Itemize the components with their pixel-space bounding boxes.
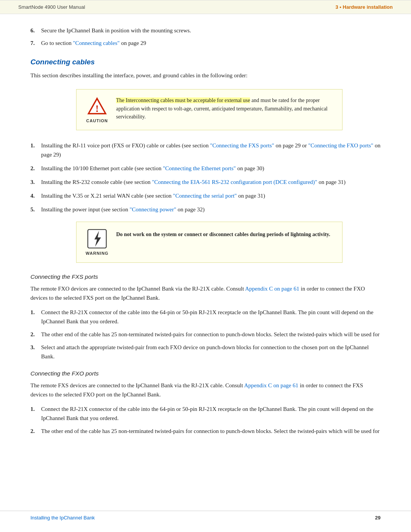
serial-port-link[interactable]: "Connecting the serial port" [173,193,237,199]
list-item: 1. Connect the RJ-21X connector of the c… [30,308,381,326]
warning-text-bold: Do not work on the system or connect or … [116,232,330,237]
item-num: 3. [30,343,41,361]
page: SmartNode 4900 User Manual 3 • Hardware … [0,0,411,532]
item-num: 2. [30,164,41,173]
caution-icon-area: ! CAUTION [86,96,108,123]
fxo-list: 1. Connect the RJ-21X connector of the c… [30,404,381,436]
item-num: 3. [30,177,41,187]
page-footer: Installing the IpChannel Bank 29 [0,511,411,521]
item-num: 5. [30,205,41,214]
caution-highlight: The Interconnecting cables must be accep… [116,97,250,103]
warning-box: WARNING Do not work on the system or con… [76,222,342,263]
section-heading: Connecting cables [30,58,381,66]
manual-title: SmartNode 4900 User Manual [18,4,85,10]
appendix-c-fxs-link[interactable]: Appendix C on page 61 [245,286,299,292]
connecting-power-link[interactable]: "Connecting power" [129,206,176,212]
list-item: 3. Installing the RS-232 console cable (… [30,177,381,187]
list-item: 1. Connect the RJ-21X connector of the c… [30,404,381,423]
item-text: Installing the V.35 or X.21 serial WAN c… [41,191,265,200]
warning-icon-area: WARNING [86,229,108,256]
list-item: 4. Installing the V.35 or X.21 serial WA… [30,191,381,200]
item-text: Connect the RJ-21X connector of the cabl… [41,308,381,326]
fxo-ports-link[interactable]: "Connecting the FXO ports" [308,142,373,149]
warning-bolt-icon [87,229,107,249]
item-text: Select and attach the appropriate twiste… [41,343,381,361]
ethernet-ports-link[interactable]: "Connecting the Ethernet ports" [163,165,236,171]
item-num: 2. [30,427,41,436]
fxo-intro: The remote FXS devices are connected to … [30,381,381,399]
svg-text:!: ! [96,103,99,114]
item-text: The other end of the cable has 25 non-te… [41,427,379,436]
fxs-ports-link[interactable]: "Connecting the FXS ports" [210,142,274,149]
caution-box: ! CAUTION The Interconnecting cables mus… [76,89,342,130]
item-num: 7. [30,39,41,48]
connecting-cables-link[interactable]: "Connecting cables" [73,40,120,46]
item-num: 1. [30,141,41,159]
item-text: Go to section "Connecting cables" on pag… [41,39,146,48]
item-text: Connect the RJ-21X connector of the cabl… [41,404,381,423]
header-bar: SmartNode 4900 User Manual 3 • Hardware … [0,0,411,14]
item-num: 2. [30,330,41,339]
list-item: 3. Select and attach the appropriate twi… [30,343,381,361]
item-num: 6. [30,26,41,35]
content-area: 6. Secure the IpChannel Bank in position… [0,26,411,464]
item-text: Installing the 10/100 Ethernet port cabl… [41,164,264,173]
chapter-title: 3 • Hardware installation [336,4,393,10]
fxs-section-heading: Connecting the FXS ports [30,273,381,280]
list-item: 1. Installing the RJ-11 voice port (FXS … [30,141,381,159]
item-text: Installing the power input (see section … [41,205,205,214]
fxs-intro: The remote FXO devices are connected to … [30,284,381,302]
list-item: 2. The other end of the cable has 25 non… [30,427,381,436]
item-text: Installing the RS-232 console cable (see… [41,177,346,187]
item-text: The other end of the cable has 25 non-te… [41,330,379,339]
list-item: 2. The other end of the cable has 25 non… [30,330,381,339]
fxo-section-heading: Connecting the FXO ports [30,370,381,377]
item-text: Installing the RJ-11 voice port (FXS or … [41,141,381,159]
caution-text: The Interconnecting cables must be accep… [116,96,333,121]
item-text: Secure the IpChannel Bank in position wi… [41,26,191,35]
warning-label: WARNING [86,251,108,256]
item-num: 1. [30,308,41,326]
caution-label: CAUTION [86,118,108,123]
warning-text: Do not work on the system or connect or … [116,229,330,239]
footer-left: Installing the IpChannel Bank [30,515,95,521]
section-intro: This section describes installing the in… [30,71,381,80]
caution-triangle-icon: ! [87,96,107,116]
footer-page-number: 29 [375,515,381,521]
item-num: 1. [30,404,41,423]
list-item: 2. Installing the 10/100 Ethernet port c… [30,164,381,173]
list-item: 7. Go to section "Connecting cables" on … [30,39,381,48]
main-list: 1. Installing the RJ-11 voice port (FXS … [30,141,381,214]
top-list: 6. Secure the IpChannel Bank in position… [30,26,381,47]
list-item: 6. Secure the IpChannel Bank in position… [30,26,381,35]
fxs-list: 1. Connect the RJ-21X connector of the c… [30,308,381,361]
rs232-config-link[interactable]: "Connecting the EIA-561 RS-232 configura… [152,179,317,185]
list-item: 5. Installing the power input (see secti… [30,205,381,214]
appendix-c-fxo-link[interactable]: Appendix C on page 61 [244,382,298,388]
item-num: 4. [30,191,41,200]
